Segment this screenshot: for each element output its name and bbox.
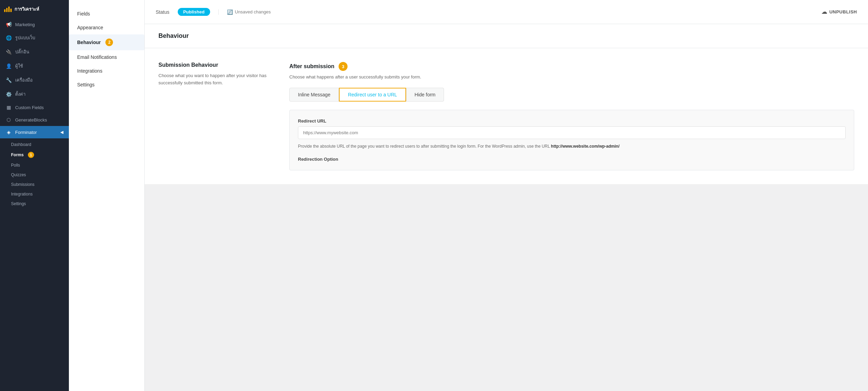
tab-redirect-url[interactable]: Redirect user to a URL bbox=[339, 88, 406, 102]
logo-text: การวิเคราะห์ bbox=[14, 6, 39, 13]
sidebar-nav-item-plugins[interactable]: 🔌 ปลั๊กอิน bbox=[0, 45, 69, 59]
sidebar-nav-item-generateblocks[interactable]: ⬡ GenerateBlocks bbox=[0, 114, 69, 126]
sidebar-logo: การวิเคราะห์ bbox=[0, 0, 69, 18]
redirect-url-section: Redirect URL Provide the absolute URL of… bbox=[289, 110, 854, 170]
sidebar-sub-item-forms[interactable]: Forms 1 bbox=[0, 149, 69, 160]
submission-tab-buttons: Inline Message Redirect user to a URL Hi… bbox=[289, 88, 854, 102]
refresh-icon: 🔄 bbox=[227, 9, 233, 15]
settings-icon: ⚙️ bbox=[6, 92, 12, 97]
sec-nav-behaviour[interactable]: Behaviour 2 bbox=[69, 34, 144, 50]
after-submission-title: After submission 3 bbox=[289, 62, 854, 71]
redirect-url-input[interactable] bbox=[298, 126, 846, 139]
tab-inline-message[interactable]: Inline Message bbox=[289, 88, 339, 102]
submission-right-col: After submission 3 Choose what happens a… bbox=[289, 62, 854, 170]
sidebar-nav-item-forminator[interactable]: ◈ Forminator ◀ bbox=[0, 126, 69, 138]
sidebar-sub-item-dashboard[interactable]: Dashboard bbox=[0, 140, 69, 149]
redirect-url-label: Redirect URL bbox=[298, 118, 846, 124]
marketing-icon: 📢 bbox=[6, 22, 12, 27]
redirect-url-desc: Provide the absolute URL of the page you… bbox=[298, 143, 846, 150]
sidebar-nav-item-webdesign[interactable]: 🌐 รูปแบบเว็บ bbox=[0, 31, 69, 45]
sec-nav-email-notifications[interactable]: Email Notifications bbox=[69, 50, 144, 64]
section-title: Behaviour bbox=[158, 32, 189, 39]
submission-title: Submission Behaviour bbox=[158, 62, 269, 68]
bar-chart-icon bbox=[4, 7, 12, 12]
submission-left-col: Submission Behaviour Choose what you wan… bbox=[158, 62, 269, 87]
behaviour-content: Submission Behaviour Choose what you wan… bbox=[145, 48, 868, 184]
submission-desc: Choose what you want to happen after you… bbox=[158, 72, 269, 87]
sidebar-nav-item-settings[interactable]: ⚙️ ตั้งค่า bbox=[0, 87, 69, 101]
after-submission-desc: Choose what happens after a user success… bbox=[289, 74, 854, 81]
tab-hide-form[interactable]: Hide form bbox=[406, 88, 444, 102]
user-icon: 👤 bbox=[6, 63, 12, 69]
section-header: Behaviour bbox=[145, 24, 868, 48]
sidebar-sub-item-submissions[interactable]: Submissions bbox=[0, 180, 69, 189]
published-badge: Published bbox=[178, 8, 210, 16]
submission-behaviour-row: Submission Behaviour Choose what you wan… bbox=[158, 62, 854, 170]
sidebar-sub-item-quizzes[interactable]: Quizzes bbox=[0, 170, 69, 180]
sec-nav-fields[interactable]: Fields bbox=[69, 7, 144, 21]
sec-nav-integrations[interactable]: Integrations bbox=[69, 64, 144, 78]
custom-fields-icon: ▦ bbox=[6, 105, 12, 110]
unsaved-changes: 🔄 Unsaved changes bbox=[218, 9, 271, 15]
tools-icon: 🔧 bbox=[6, 77, 12, 83]
sidebar-nav-item-custom-fields[interactable]: ▦ Custom Fields bbox=[0, 101, 69, 114]
forminator-icon: ◈ bbox=[6, 129, 12, 135]
forminator-sub-menu: Dashboard Forms 1 Polls Quizzes Submissi… bbox=[0, 140, 69, 209]
sec-nav-settings[interactable]: Settings bbox=[69, 78, 144, 92]
sidebar-nav-item-users[interactable]: 👤 ผู้ใช้ bbox=[0, 59, 69, 73]
unpublish-button[interactable]: ☁ UNPUBLISH bbox=[822, 9, 857, 15]
status-label: Status bbox=[156, 9, 169, 15]
main-sidebar: การวิเคราะห์ 📢 Marketing 🌐 รูปแบบเว็บ 🔌 … bbox=[0, 0, 69, 391]
top-bar: Status Published 🔄 Unsaved changes ☁ UNP… bbox=[145, 0, 868, 24]
forms-badge: 1 bbox=[28, 152, 34, 158]
plugin-icon: 🔌 bbox=[6, 49, 12, 55]
sidebar-nav-item-marketing[interactable]: 📢 Marketing bbox=[0, 18, 69, 31]
cloud-icon: ☁ bbox=[822, 9, 827, 15]
unsaved-text: Unsaved changes bbox=[235, 9, 271, 14]
sidebar-sub-item-polls[interactable]: Polls bbox=[0, 160, 69, 170]
web-icon: 🌐 bbox=[6, 35, 12, 41]
step3-badge: 3 bbox=[339, 62, 348, 71]
collapse-icon: ◀ bbox=[60, 130, 63, 135]
behaviour-step-badge: 2 bbox=[105, 39, 113, 46]
main-content: Status Published 🔄 Unsaved changes ☁ UNP… bbox=[145, 0, 868, 391]
sidebar-sub-item-integrations[interactable]: Integrations bbox=[0, 189, 69, 199]
redirection-option-label: Redirection Option bbox=[298, 157, 846, 162]
sidebar-nav-item-tools[interactable]: 🔧 เครื่องมือ bbox=[0, 73, 69, 87]
content-area: Behaviour Submission Behaviour Choose wh… bbox=[145, 24, 868, 391]
generateblocks-icon: ⬡ bbox=[6, 117, 12, 123]
secondary-sidebar: Fields Appearance Behaviour 2 Email Noti… bbox=[69, 0, 145, 391]
sidebar-sub-item-settings[interactable]: Settings bbox=[0, 199, 69, 209]
sec-nav-appearance[interactable]: Appearance bbox=[69, 21, 144, 34]
